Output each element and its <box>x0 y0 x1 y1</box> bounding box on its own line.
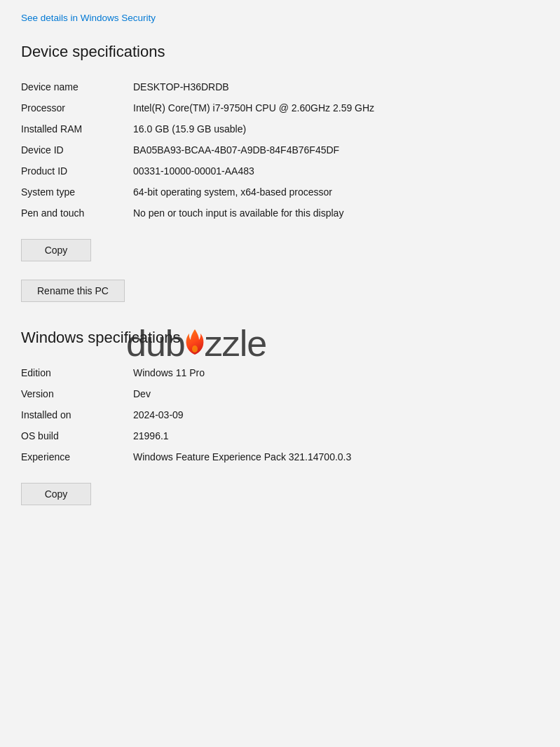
windows-spec-row: OS build21996.1 <box>21 425 539 446</box>
spec-value: 64-bit operating system, x64-based proce… <box>133 181 539 203</box>
spec-label: Experience <box>21 446 133 467</box>
spec-value: 16.0 GB (15.9 GB usable) <box>133 118 539 139</box>
spec-label: Edition <box>21 362 133 383</box>
device-spec-row: Installed RAM16.0 GB (15.9 GB usable) <box>21 118 539 139</box>
windows-security-link[interactable]: See details in Windows Security <box>21 13 539 23</box>
device-specs-title: Device specifications <box>21 43 539 61</box>
windows-spec-row: Installed on2024-03-09 <box>21 404 539 425</box>
spec-value: No pen or touch input is available for t… <box>133 203 539 224</box>
device-specs-table: Device nameDESKTOP-H36DRDBProcessorIntel… <box>21 76 539 224</box>
spec-label: Installed RAM <box>21 118 133 139</box>
spec-value: Windows Feature Experience Pack 321.1470… <box>133 446 539 467</box>
windows-spec-row: ExperienceWindows Feature Experience Pac… <box>21 446 539 467</box>
device-spec-row: Product ID00331-10000-00001-AA483 <box>21 160 539 181</box>
device-spec-row: Device IDBA05BA93-BCAA-4B07-A9DB-84F4B76… <box>21 139 539 160</box>
spec-value: 21996.1 <box>133 425 539 446</box>
windows-specs-table: EditionWindows 11 ProVersionDevInstalled… <box>21 362 539 467</box>
windows-buttons-section: Copy <box>21 476 539 512</box>
rename-pc-button[interactable]: Rename this PC <box>21 280 125 302</box>
windows-spec-row: EditionWindows 11 Pro <box>21 362 539 383</box>
spec-value: Dev <box>133 383 539 404</box>
spec-value: 00331-10000-00001-AA483 <box>133 160 539 181</box>
device-spec-row: System type64-bit operating system, x64-… <box>21 181 539 203</box>
spec-label: Processor <box>21 97 133 118</box>
spec-value: DESKTOP-H36DRDB <box>133 76 539 97</box>
spec-value: 2024-03-09 <box>133 404 539 425</box>
windows-specs-title: Windows specifications <box>21 329 539 347</box>
spec-value: Intel(R) Core(TM) i7-9750H CPU @ 2.60GHz… <box>133 97 539 118</box>
spec-value: BA05BA93-BCAA-4B07-A9DB-84F4B76F45DF <box>133 139 539 160</box>
device-spec-row: ProcessorIntel(R) Core(TM) i7-9750H CPU … <box>21 97 539 118</box>
device-copy-button[interactable]: Copy <box>21 239 91 261</box>
spec-label: Version <box>21 383 133 404</box>
spec-label: Installed on <box>21 404 133 425</box>
windows-spec-row: VersionDev <box>21 383 539 404</box>
spec-value: Windows 11 Pro <box>133 362 539 383</box>
windows-copy-button[interactable]: Copy <box>21 483 91 505</box>
spec-label: Pen and touch <box>21 203 133 224</box>
spec-label: Product ID <box>21 160 133 181</box>
spec-label: OS build <box>21 425 133 446</box>
spec-label: Device ID <box>21 139 133 160</box>
spec-label: Device name <box>21 76 133 97</box>
device-buttons-section: Copy Rename this PC <box>21 232 539 309</box>
device-spec-row: Pen and touchNo pen or touch input is av… <box>21 203 539 224</box>
spec-label: System type <box>21 181 133 203</box>
device-spec-row: Device nameDESKTOP-H36DRDB <box>21 76 539 97</box>
